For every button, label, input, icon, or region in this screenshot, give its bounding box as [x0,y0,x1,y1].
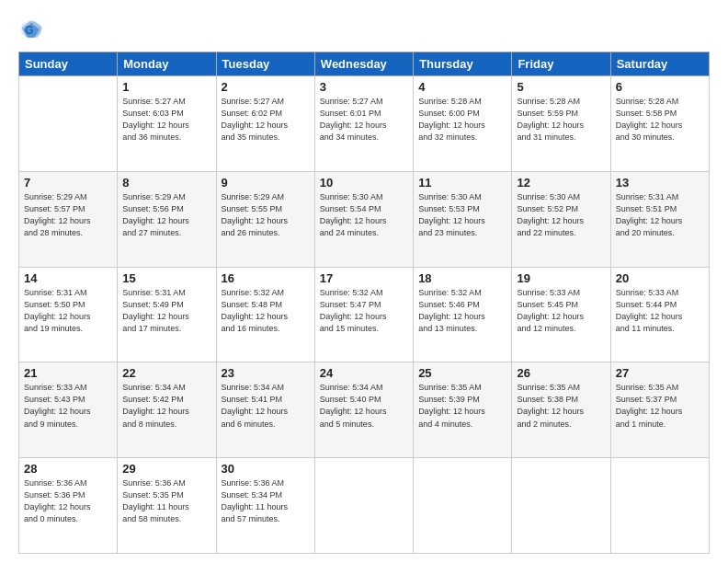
day-info: Sunrise: 5:31 AM Sunset: 5:51 PM Dayligh… [616,191,704,239]
calendar-cell: 8Sunrise: 5:29 AM Sunset: 5:56 PM Daylig… [118,171,216,267]
day-info: Sunrise: 5:30 AM Sunset: 5:52 PM Dayligh… [517,191,605,239]
day-number: 2 [222,80,310,94]
calendar-cell: 14Sunrise: 5:31 AM Sunset: 5:50 PM Dayli… [19,267,118,362]
svg-text:G: G [25,24,34,37]
day-number: 25 [418,366,506,380]
day-info: Sunrise: 5:36 AM Sunset: 5:36 PM Dayligh… [24,477,112,525]
day-number: 27 [616,366,704,380]
day-info: Sunrise: 5:31 AM Sunset: 5:49 PM Dayligh… [122,287,210,335]
day-number: 12 [517,176,605,190]
day-number: 30 [222,462,310,476]
header: G [18,17,710,42]
calendar-cell: 20Sunrise: 5:33 AM Sunset: 5:44 PM Dayli… [610,267,709,362]
day-info: Sunrise: 5:33 AM Sunset: 5:44 PM Dayligh… [616,287,704,335]
day-number: 7 [24,176,112,190]
calendar-week-row: 28Sunrise: 5:36 AM Sunset: 5:36 PM Dayli… [19,458,710,554]
weekday-header-tuesday: Tuesday [216,52,314,76]
day-number: 9 [222,176,310,190]
weekday-header-thursday: Thursday [414,52,512,76]
calendar-cell: 2Sunrise: 5:27 AM Sunset: 6:02 PM Daylig… [216,76,314,172]
day-info: Sunrise: 5:27 AM Sunset: 6:02 PM Dayligh… [222,96,310,144]
weekday-header-sunday: Sunday [19,52,118,76]
calendar-cell: 25Sunrise: 5:35 AM Sunset: 5:39 PM Dayli… [414,362,512,458]
calendar-cell: 23Sunrise: 5:34 AM Sunset: 5:41 PM Dayli… [216,362,314,458]
day-info: Sunrise: 5:29 AM Sunset: 5:56 PM Dayligh… [122,191,210,239]
calendar-cell: 29Sunrise: 5:36 AM Sunset: 5:35 PM Dayli… [118,458,216,554]
day-number: 13 [616,176,704,190]
calendar-cell: 17Sunrise: 5:32 AM Sunset: 5:47 PM Dayli… [314,267,413,362]
day-info: Sunrise: 5:34 AM Sunset: 5:40 PM Dayligh… [320,382,408,430]
calendar-cell: 1Sunrise: 5:27 AM Sunset: 6:03 PM Daylig… [118,76,216,172]
day-number: 14 [24,271,112,285]
calendar-cell: 9Sunrise: 5:29 AM Sunset: 5:55 PM Daylig… [216,171,314,267]
day-info: Sunrise: 5:32 AM Sunset: 5:47 PM Dayligh… [320,287,408,335]
day-number: 10 [320,176,408,190]
calendar-week-row: 7Sunrise: 5:29 AM Sunset: 5:57 PM Daylig… [19,171,710,267]
day-info: Sunrise: 5:27 AM Sunset: 6:01 PM Dayligh… [320,96,408,144]
day-info: Sunrise: 5:28 AM Sunset: 5:59 PM Dayligh… [517,96,605,144]
calendar-cell: 22Sunrise: 5:34 AM Sunset: 5:42 PM Dayli… [118,362,216,458]
weekday-header-monday: Monday [118,52,216,76]
weekday-header-saturday: Saturday [610,52,709,76]
day-info: Sunrise: 5:33 AM Sunset: 5:45 PM Dayligh… [517,287,605,335]
day-number: 24 [320,366,408,380]
calendar-week-row: 14Sunrise: 5:31 AM Sunset: 5:50 PM Dayli… [19,267,710,362]
calendar-cell: 3Sunrise: 5:27 AM Sunset: 6:01 PM Daylig… [314,76,413,172]
day-info: Sunrise: 5:36 AM Sunset: 5:35 PM Dayligh… [122,477,210,525]
day-number: 11 [418,176,506,190]
page: G SundayMondayTuesdayWednesdayThursdayFr… [0,0,728,563]
day-number: 28 [24,462,112,476]
calendar-cell [610,458,709,554]
day-info: Sunrise: 5:32 AM Sunset: 5:46 PM Dayligh… [418,287,506,335]
day-number: 22 [122,366,210,380]
calendar-cell: 30Sunrise: 5:36 AM Sunset: 5:34 PM Dayli… [216,458,314,554]
calendar-cell: 19Sunrise: 5:33 AM Sunset: 5:45 PM Dayli… [512,267,610,362]
day-number: 21 [24,366,112,380]
calendar-cell: 26Sunrise: 5:35 AM Sunset: 5:38 PM Dayli… [512,362,610,458]
day-info: Sunrise: 5:30 AM Sunset: 5:54 PM Dayligh… [320,191,408,239]
day-number: 18 [418,271,506,285]
calendar-cell: 10Sunrise: 5:30 AM Sunset: 5:54 PM Dayli… [314,171,413,267]
calendar-cell: 18Sunrise: 5:32 AM Sunset: 5:46 PM Dayli… [414,267,512,362]
calendar-cell: 16Sunrise: 5:32 AM Sunset: 5:48 PM Dayli… [216,267,314,362]
day-info: Sunrise: 5:28 AM Sunset: 6:00 PM Dayligh… [418,96,506,144]
day-number: 4 [418,80,506,94]
day-info: Sunrise: 5:31 AM Sunset: 5:50 PM Dayligh… [24,287,112,335]
day-number: 3 [320,80,408,94]
day-info: Sunrise: 5:35 AM Sunset: 5:39 PM Dayligh… [418,382,506,430]
calendar-cell: 13Sunrise: 5:31 AM Sunset: 5:51 PM Dayli… [610,171,709,267]
calendar-cell [314,458,413,554]
day-number: 19 [517,271,605,285]
calendar-cell: 28Sunrise: 5:36 AM Sunset: 5:36 PM Dayli… [19,458,118,554]
day-info: Sunrise: 5:29 AM Sunset: 5:55 PM Dayligh… [222,191,310,239]
day-info: Sunrise: 5:34 AM Sunset: 5:42 PM Dayligh… [122,382,210,430]
day-info: Sunrise: 5:34 AM Sunset: 5:41 PM Dayligh… [222,382,310,430]
calendar-table: SundayMondayTuesdayWednesdayThursdayFrid… [18,52,710,554]
calendar-cell [414,458,512,554]
calendar-cell: 11Sunrise: 5:30 AM Sunset: 5:53 PM Dayli… [414,171,512,267]
day-number: 8 [122,176,210,190]
day-number: 5 [517,80,605,94]
calendar-cell: 5Sunrise: 5:28 AM Sunset: 5:59 PM Daylig… [512,76,610,172]
day-info: Sunrise: 5:27 AM Sunset: 6:03 PM Dayligh… [122,96,210,144]
day-info: Sunrise: 5:30 AM Sunset: 5:53 PM Dayligh… [418,191,506,239]
calendar-cell: 12Sunrise: 5:30 AM Sunset: 5:52 PM Dayli… [512,171,610,267]
day-number: 20 [616,271,704,285]
weekday-header-row: SundayMondayTuesdayWednesdayThursdayFrid… [19,52,710,76]
calendar-cell: 27Sunrise: 5:35 AM Sunset: 5:37 PM Dayli… [610,362,709,458]
day-info: Sunrise: 5:36 AM Sunset: 5:34 PM Dayligh… [222,477,310,525]
day-number: 1 [122,80,210,94]
day-info: Sunrise: 5:35 AM Sunset: 5:38 PM Dayligh… [517,382,605,430]
day-info: Sunrise: 5:28 AM Sunset: 5:58 PM Dayligh… [616,96,704,144]
calendar-cell: 7Sunrise: 5:29 AM Sunset: 5:57 PM Daylig… [19,171,118,267]
calendar-cell: 6Sunrise: 5:28 AM Sunset: 5:58 PM Daylig… [610,76,709,172]
logo-icon: G [18,17,44,42]
day-number: 26 [517,366,605,380]
calendar-cell [19,76,118,172]
logo: G [18,17,48,42]
day-number: 6 [616,80,704,94]
calendar-cell: 4Sunrise: 5:28 AM Sunset: 6:00 PM Daylig… [414,76,512,172]
day-number: 15 [122,271,210,285]
day-info: Sunrise: 5:29 AM Sunset: 5:57 PM Dayligh… [24,191,112,239]
calendar-cell: 24Sunrise: 5:34 AM Sunset: 5:40 PM Dayli… [314,362,413,458]
